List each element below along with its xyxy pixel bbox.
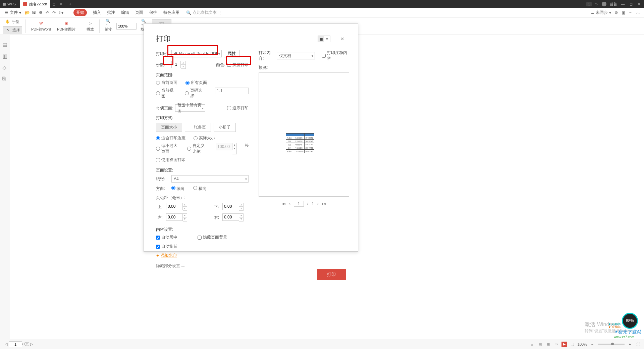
zoom-input[interactable] [116,23,137,30]
auto-rotate-checkbox[interactable]: 自动旋转 [156,244,249,249]
print-annot-checkbox[interactable]: 打印注释内容 [322,50,350,61]
tab-restore-icon[interactable]: ◻ [50,2,57,6]
zoom-slider[interactable] [598,344,625,345]
reverse-checkbox[interactable]: 逆序打印 [227,105,249,111]
status-icon-5[interactable]: ▶ [561,342,567,347]
page-select-input[interactable] [215,88,249,94]
duplex-checkbox[interactable]: 使用双面打印 [156,157,249,163]
maximize-button[interactable]: ◻ [629,2,633,6]
custom-scale-input[interactable]: ▲▼ [216,143,237,154]
hide-bg-checkbox[interactable]: 隐藏页面背景 [198,235,227,240]
export-icon[interactable]: ⇪▾ [58,10,63,15]
menu-protect[interactable]: 保护 [149,10,157,15]
select-tool[interactable]: ↖选择 [3,26,22,34]
menu-insert[interactable]: 插入 [93,10,101,15]
copies-input[interactable]: ▲▼ [171,61,186,69]
view-detail-icon[interactable]: ▦ [318,36,324,42]
attachment-icon[interactable]: ⎘ [2,76,8,81]
print-icon[interactable]: 🖶 [38,10,43,15]
prev-page-icon[interactable]: ◁ [3,342,9,347]
seg-multi[interactable]: 一张多页 [185,123,211,132]
pdf-to-word[interactable]: W PDF转Word [29,19,53,33]
redo-icon[interactable]: ↷ [51,10,57,15]
radio-landscape[interactable]: 横向 [193,186,206,192]
radio-portrait[interactable]: 纵向 [171,186,184,192]
status-icon-3[interactable]: ▦ [545,342,551,347]
performance-gauge[interactable]: 88% [622,313,638,329]
radio-current-page[interactable]: 当前页面 [156,80,177,86]
preview-page-input[interactable] [294,201,304,207]
radio-all-pages[interactable]: 所有页面 [185,80,207,86]
menu-page[interactable]: 页面 [135,10,143,15]
hand-tool[interactable]: ✋手型 [3,18,22,26]
outline-icon[interactable]: ◇ [2,64,8,70]
bookmark-icon[interactable]: ▥ [2,53,8,58]
add-watermark-link[interactable]: ✦ 添加水印 [156,253,177,258]
nav-last-icon[interactable]: ⏭ [322,201,326,206]
document-tab[interactable]: 姓名22.pdf [20,0,50,8]
radio-page-select[interactable]: 页码选择: [185,88,207,99]
minimize-button[interactable]: — [621,2,625,6]
menu-edit[interactable]: 编辑 [121,10,129,15]
copies-field[interactable] [171,61,181,68]
new-tab-button[interactable]: ＋ [64,1,76,7]
status-icon-1[interactable]: ☼ [529,342,535,347]
tab-close-icon[interactable]: ✕ [57,2,64,6]
grayscale-checkbox[interactable]: 灰度打印 [227,62,249,68]
margin-top-input[interactable]: ▲▼ [166,203,192,211]
save-icon[interactable]: 🖫 [31,10,37,15]
zoom-out-button[interactable]: 🔍⁻ 缩小 [103,19,114,33]
print-content-select[interactable]: 仅文档 [277,52,315,59]
view-toggle[interactable]: ▦ ≡ [318,36,330,42]
printer-select[interactable]: 🖶 Microsoft Print to PDF [171,50,222,57]
fullscreen-icon[interactable]: ⛶ [635,342,641,347]
seg-booklet[interactable]: 小册子 [214,123,236,132]
dialog-close-button[interactable]: ✕ [339,36,346,42]
radio-actual[interactable]: 实际大小 [194,135,215,141]
view-list-icon[interactable]: ≡ [324,36,330,42]
play-button[interactable]: ▷ 播放 [85,19,96,33]
menu-annotate[interactable]: 批注 [107,10,115,15]
nav-prev-icon[interactable]: ‹ [289,201,290,206]
paper-select[interactable]: A4 [171,175,249,183]
radio-current-view[interactable]: 当前视图 [156,88,177,99]
status-icon-2[interactable]: ▤ [537,342,543,347]
radio-fit-margin[interactable]: 适合打印边距 [156,135,185,141]
thumbnails-icon[interactable]: ▤ [2,42,8,47]
margin-left-input[interactable]: ▲▼ [166,213,192,221]
nav-next-icon[interactable]: › [317,201,319,206]
margin-bottom-input[interactable]: ▲▼ [222,203,249,211]
user-avatar[interactable] [602,2,606,6]
seg-pagesize[interactable]: 页面大小 [156,123,182,132]
pdf-to-image[interactable]: ▣ PDF转图片 [55,19,77,33]
radio-custom-scale[interactable]: 自定义比例: [187,143,208,154]
search-box[interactable]: 🔍 点此查找文本 ⋮ [186,10,222,15]
oddeven-select[interactable]: 范围中所有页面 [175,104,205,112]
margin-right-input[interactable]: ▲▼ [222,213,249,221]
page-input[interactable] [9,341,22,347]
more-icon[interactable]: ⋯ [629,10,633,15]
nav-first-icon[interactable]: ⏮ [282,201,286,206]
spin-down-icon[interactable]: ▼ [181,65,185,68]
auto-center-checkbox[interactable]: 自动居中 [156,235,177,240]
undo-icon[interactable]: ↶ [45,10,50,15]
collapse-ribbon-icon[interactable]: ︿ [636,10,640,15]
menu-special[interactable]: 特色应用 [163,10,179,15]
open-icon[interactable]: 📂 [24,10,30,15]
status-icon-4[interactable]: ▭ [553,342,559,347]
print-button[interactable]: 打印 [317,269,346,280]
sync-status[interactable]: ☁ 未同步 ▾ [590,10,611,15]
file-menu[interactable]: ☰ 文件 ▾ [3,9,23,16]
settings-icon[interactable]: ⚙ [614,10,618,15]
notification-badge[interactable]: 1 [586,2,592,6]
next-page-icon[interactable]: ▷ [29,342,34,347]
feedback-icon[interactable]: ▣ [622,10,625,15]
close-window-button[interactable]: ✕ [637,2,641,6]
zoom-plus-icon[interactable]: + [627,342,633,347]
zoom-minus-icon[interactable]: − [590,342,595,347]
status-icon-6[interactable]: ⬚ [570,342,575,347]
menu-start[interactable]: 开始 [73,9,87,16]
hide-partial-link[interactable]: 隐藏部分设置 ︿ [156,263,249,269]
spin-up-icon[interactable]: ▲ [181,61,185,65]
heart-icon[interactable]: ♡ [595,2,598,6]
